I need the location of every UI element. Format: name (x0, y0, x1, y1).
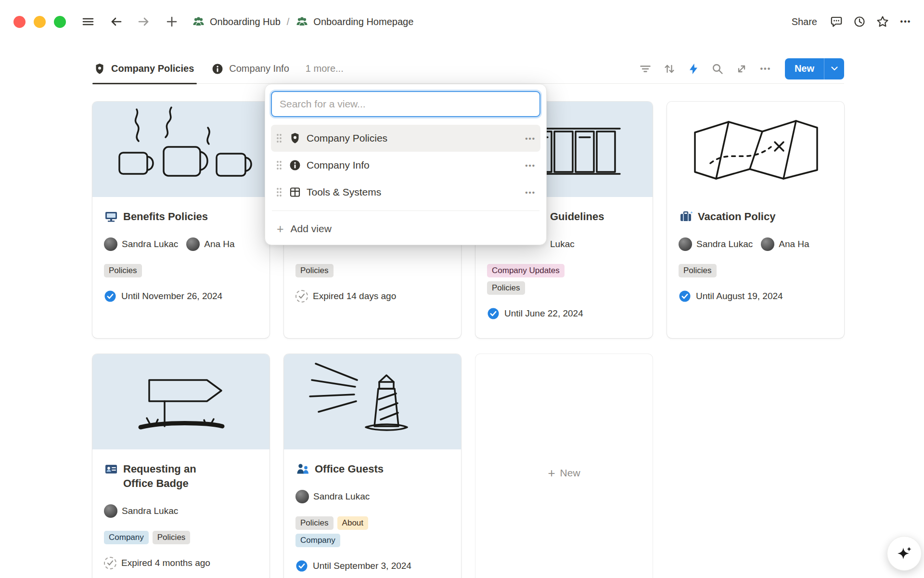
comments-button[interactable] (827, 12, 846, 31)
clock-icon (853, 15, 866, 28)
tag: Company (295, 534, 340, 547)
card-title-text: Benefits Policies (123, 210, 208, 224)
plus-icon (165, 15, 179, 28)
avatar (295, 490, 309, 503)
avatar (104, 504, 117, 518)
expand-diagonal-icon (735, 63, 748, 75)
verified-badge-icon (487, 307, 500, 320)
person-name: Ana Ha (779, 239, 809, 250)
view-item-tools-systems[interactable]: Tools & Systems ••• (271, 179, 540, 206)
card-office-guests[interactable]: Office Guests Sandra Lukac Policies Abou… (284, 354, 461, 578)
table-icon (285, 186, 305, 198)
share-button[interactable]: Share (786, 13, 823, 30)
drag-handle-icon[interactable] (273, 160, 285, 171)
card-benefits-policies[interactable]: Benefits Policies Sandra Lukac Ana Ha Po… (92, 102, 270, 338)
tag: Policies (153, 531, 191, 544)
tab-label: Company Info (229, 63, 289, 74)
tags-property: Company Policies (104, 529, 258, 546)
desktop-computer-icon (104, 210, 118, 224)
chevron-down-icon (831, 66, 838, 71)
verification-status: Until June 22, 2024 (487, 306, 641, 321)
automations-button[interactable] (684, 59, 703, 79)
tab-company-policies[interactable]: Company Policies (92, 54, 197, 84)
avatar (761, 237, 774, 251)
ai-assistant-button[interactable] (887, 536, 922, 571)
verification-status: Expired 14 days ago (295, 289, 449, 304)
view-item-company-info[interactable]: Company Info ••• (271, 152, 540, 179)
window-controls (13, 16, 66, 28)
breadcrumb: Onboarding Hub / Onboarding Homepage (192, 15, 413, 28)
people-property: Sandra Lukac (295, 489, 460, 504)
id-badge-icon (104, 462, 118, 476)
tags-property: Policies (104, 263, 258, 279)
new-button[interactable]: New (785, 58, 824, 79)
breadcrumb-item-onboarding-hub[interactable]: Onboarding Hub (192, 15, 281, 28)
back-arrow-icon (109, 15, 123, 28)
coffee-mugs-illustration (92, 102, 270, 197)
breadcrumb-item-onboarding-homepage[interactable]: Onboarding Homepage (295, 15, 413, 28)
new-card-button[interactable]: + New (475, 354, 653, 578)
map-illustration (667, 102, 844, 197)
page-more-button[interactable]: ••• (896, 12, 915, 31)
breadcrumb-label: Onboarding Hub (210, 16, 281, 27)
card-title: Benefits Policies (104, 210, 258, 224)
new-options-button[interactable] (824, 58, 844, 79)
new-card-label: New (560, 467, 580, 479)
card-title-text: Vacation Policy (698, 210, 775, 224)
filter-icon (639, 63, 652, 75)
expired-check-icon (295, 290, 308, 302)
expand-view-button[interactable] (732, 59, 751, 79)
sort-button[interactable] (660, 59, 679, 79)
verification-status: Until November 26, 2024 (104, 289, 258, 304)
ellipsis-icon: ••• (760, 65, 771, 73)
filter-button[interactable] (636, 59, 655, 79)
status-text: Until June 22, 2024 (504, 308, 583, 319)
person-name: Sandra Lukac (122, 506, 178, 516)
tag: Policies (295, 516, 334, 530)
sidebar-toggle-button[interactable] (78, 12, 98, 31)
views-dropdown-panel: Company Policies ••• Company Info ••• To… (265, 84, 547, 245)
forward-button[interactable] (134, 12, 154, 31)
back-button[interactable] (106, 12, 126, 31)
tab-company-info[interactable]: Company Info (210, 54, 292, 84)
zoom-window-button[interactable] (54, 16, 66, 28)
info-circle-icon (211, 63, 224, 75)
status-text: Expired 14 days ago (313, 291, 396, 302)
tags-property: Policies (295, 263, 449, 279)
tab-label: Company Policies (111, 63, 194, 74)
close-window-button[interactable] (13, 16, 26, 28)
view-search-input[interactable] (271, 91, 540, 117)
person-name: Sandra Lukac (313, 491, 370, 502)
breadcrumb-label: Onboarding Homepage (313, 16, 413, 27)
drag-handle-icon[interactable] (273, 187, 285, 197)
card-cover (284, 354, 461, 449)
info-circle-icon (285, 159, 305, 171)
search-button[interactable] (708, 59, 727, 79)
card-title-text: Guidelines (550, 210, 604, 224)
tag: Company Updates (487, 264, 565, 277)
verified-badge-icon (295, 560, 308, 572)
badge-shield-icon (285, 132, 305, 144)
new-page-button[interactable] (162, 12, 181, 31)
view-item-menu-button[interactable]: ••• (525, 134, 536, 143)
view-more-button[interactable]: ••• (756, 59, 775, 79)
status-text: Expired 4 months ago (121, 558, 210, 568)
verification-status: Expired 4 months ago (104, 555, 258, 571)
view-item-menu-button[interactable]: ••• (525, 188, 536, 197)
history-button[interactable] (850, 12, 869, 31)
view-item-menu-button[interactable]: ••• (525, 161, 536, 170)
more-views-button[interactable]: 1 more... (306, 63, 344, 74)
card-vacation-policy[interactable]: Vacation Policy Sandra Lukac Ana Ha Poli… (667, 102, 844, 338)
tag: Policies (679, 264, 717, 277)
people-property: Sandra Lukac Ana Ha (679, 236, 843, 252)
favorite-button[interactable] (873, 12, 892, 31)
view-item-company-policies[interactable]: Company Policies ••• (271, 125, 540, 152)
add-view-button[interactable]: + Add view (271, 216, 540, 242)
ellipsis-icon: ••• (900, 17, 911, 26)
drag-handle-icon[interactable] (273, 133, 285, 144)
card-requesting-office-badge[interactable]: Requesting an Office Badge Sandra Lukac … (92, 354, 270, 578)
card-cover (92, 354, 270, 449)
verification-status: Until August 19, 2024 (679, 289, 833, 304)
views-list: Company Policies ••• Company Info ••• To… (271, 125, 540, 206)
minimize-window-button[interactable] (34, 16, 46, 28)
